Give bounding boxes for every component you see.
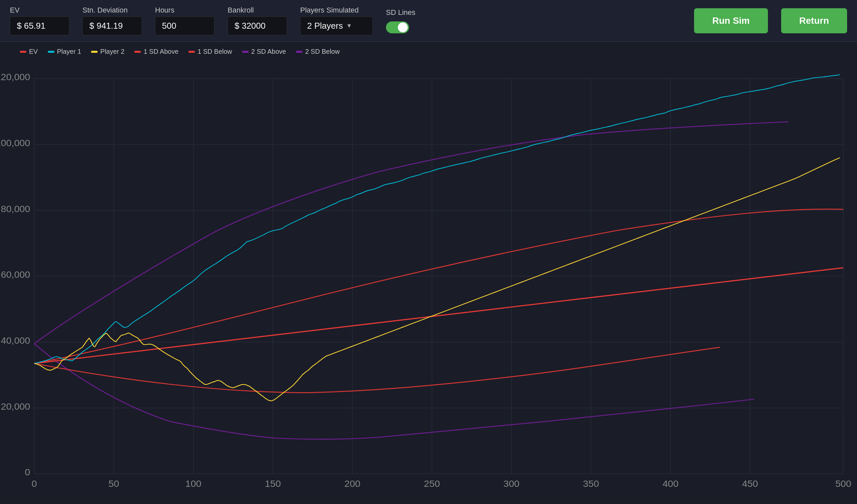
svg-text:200: 200 xyxy=(345,478,360,488)
svg-text:300: 300 xyxy=(503,478,520,488)
players-simulated-label: Players Simulated xyxy=(300,6,373,15)
svg-text:0: 0 xyxy=(25,467,30,477)
stn-dev-label: Stn. Deviation xyxy=(82,6,142,15)
toggle-knob xyxy=(398,22,408,32)
svg-text:100: 100 xyxy=(185,478,202,488)
svg-text:0: 0 xyxy=(32,478,37,488)
players-simulated-select[interactable]: 2 Players ▼ xyxy=(300,16,373,35)
chart-svg: 0 20,000 40,000 60,000 80,000 100,000 12… xyxy=(0,65,857,500)
chevron-down-icon: ▼ xyxy=(346,22,352,29)
legend-label-1sd_above: 1 SD Above xyxy=(144,48,179,55)
legend-label-2sd_above: 2 SD Above xyxy=(251,48,286,55)
sd-lines-toggle[interactable] xyxy=(386,21,409,33)
legend-dot-1sd_below xyxy=(188,51,195,53)
bankroll-label: Bankroll xyxy=(228,6,287,15)
hours-value: 500 xyxy=(155,16,214,35)
legend-dot-ev xyxy=(20,51,27,53)
players-simulated-group: Players Simulated 2 Players ▼ xyxy=(300,6,373,35)
legend-item-ev: EV xyxy=(20,48,38,55)
players-simulated-value: 2 Players xyxy=(307,21,343,31)
sd-lines-label: SD Lines xyxy=(386,8,415,17)
run-sim-button[interactable]: Run Sim xyxy=(694,8,768,33)
legend-dot-2sd_below xyxy=(296,51,302,53)
header: EV $ 65.91 Stn. Deviation $ 941.19 Hours… xyxy=(0,0,857,42)
legend-item-2sd_above: 2 SD Above xyxy=(242,48,286,55)
legend-item-2sd_below: 2 SD Below xyxy=(296,48,340,55)
legend-item-player2: Player 2 xyxy=(91,48,124,55)
legend-item-player1: Player 1 xyxy=(48,48,81,55)
legend-dot-2sd_above xyxy=(242,51,249,53)
hours-label: Hours xyxy=(155,6,214,15)
legend-dot-player1 xyxy=(48,51,54,53)
svg-text:350: 350 xyxy=(583,478,599,488)
legend-label-ev: EV xyxy=(29,48,38,55)
legend-dot-1sd_above xyxy=(134,51,141,53)
legend-item-1sd_above: 1 SD Above xyxy=(134,48,179,55)
bankroll-value: $ 32000 xyxy=(228,16,287,35)
chart-area: EV Player 1 Player 2 1 SD Above 1 SD Bel… xyxy=(0,42,857,500)
ev-group: EV $ 65.91 xyxy=(10,6,69,35)
svg-text:120,000: 120,000 xyxy=(0,72,30,82)
svg-text:50: 50 xyxy=(108,478,119,488)
svg-text:450: 450 xyxy=(742,478,758,488)
legend-dot-player2 xyxy=(91,51,98,53)
sd-lines-group: SD Lines xyxy=(386,8,415,33)
svg-text:400: 400 xyxy=(662,478,678,488)
legend-label-2sd_below: 2 SD Below xyxy=(305,48,340,55)
stn-dev-value: $ 941.19 xyxy=(82,16,142,35)
bankroll-group: Bankroll $ 32000 xyxy=(228,6,287,35)
svg-text:40,000: 40,000 xyxy=(1,335,30,346)
svg-text:250: 250 xyxy=(424,478,440,488)
return-button[interactable]: Return xyxy=(781,8,847,33)
ev-value: $ 65.91 xyxy=(10,16,69,35)
svg-text:60,000: 60,000 xyxy=(1,269,30,280)
svg-text:100,000: 100,000 xyxy=(0,138,30,148)
svg-text:80,000: 80,000 xyxy=(1,203,30,214)
legend-item-1sd_below: 1 SD Below xyxy=(188,48,232,55)
sd-lines-toggle-wrap xyxy=(386,19,415,33)
legend-label-1sd_below: 1 SD Below xyxy=(198,48,232,55)
stn-dev-group: Stn. Deviation $ 941.19 xyxy=(82,6,142,35)
chart-legend: EV Player 1 Player 2 1 SD Above 1 SD Bel… xyxy=(0,42,857,61)
ev-label: EV xyxy=(10,6,69,15)
svg-text:150: 150 xyxy=(265,478,281,488)
svg-text:500: 500 xyxy=(835,478,852,488)
legend-label-player1: Player 1 xyxy=(57,48,81,55)
legend-label-player2: Player 2 xyxy=(100,48,124,55)
svg-text:20,000: 20,000 xyxy=(1,401,30,411)
hours-group: Hours 500 xyxy=(155,6,214,35)
chart-container: 0 20,000 40,000 60,000 80,000 100,000 12… xyxy=(0,65,857,500)
